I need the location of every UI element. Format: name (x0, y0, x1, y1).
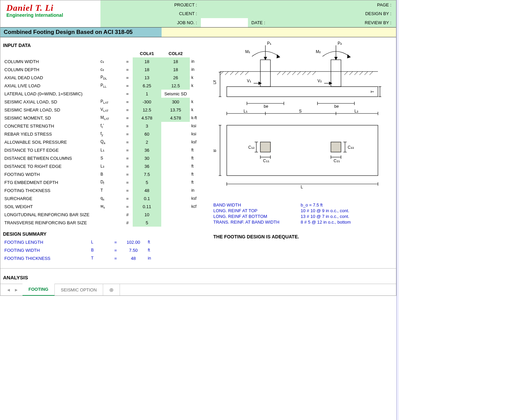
input-unit: k (190, 106, 211, 114)
input-cell-col2[interactable]: 13.75 (161, 106, 190, 114)
col2-header: COL#2 (161, 49, 190, 57)
input-cell-col1[interactable]: 4.578 (133, 114, 161, 122)
input-cell-col1[interactable]: -300 (133, 98, 161, 106)
input-label: SEISMIC AXIAL LOAD, SD (3, 98, 99, 106)
input-row: AXIAL DEAD LOADPDL=1326k (3, 74, 211, 82)
input-row: DISTANCE TO RIGHT EDGEL₂=36ft (3, 162, 211, 170)
eq: = (122, 154, 133, 162)
eq: = (122, 138, 133, 146)
svg-rect-51 (227, 125, 378, 176)
tab-footing[interactable]: FOOTING (23, 284, 55, 296)
input-cell-col1[interactable]: 36 (133, 146, 161, 154)
input-unit: ksf (190, 138, 211, 146)
input-row: FOOTING WIDTHB=7.5ft (3, 170, 211, 178)
input-label: SEISMIC SHEAR LOAD, SD (3, 106, 99, 114)
eq: = (122, 122, 133, 130)
summary-value: 48 (120, 254, 146, 262)
svg-rect-52 (260, 142, 270, 152)
input-cell-col2[interactable]: 26 (161, 74, 190, 82)
svg-line-16 (349, 72, 353, 75)
input-cell-col2[interactable]: 18 (161, 65, 190, 74)
input-cell-col1[interactable]: 30 (133, 154, 161, 162)
tab-prev-icon[interactable]: ◄ (5, 287, 12, 293)
input-cell-col1[interactable]: 2 (133, 138, 161, 146)
input-cell-col1[interactable]: 60 (133, 130, 161, 138)
input-unit: ksi (190, 122, 211, 130)
result-key: BAND WIDTH (213, 202, 301, 207)
input-symbol: Qa (99, 138, 122, 146)
svg-text:L: L (301, 185, 303, 189)
input-label: DISTANCE TO RIGHT EDGE (3, 162, 99, 170)
worksheet: Daniel T. Li Engineering International P… (0, 0, 396, 296)
svg-rect-23 (227, 87, 378, 97)
input-cell-col1[interactable]: 18 (133, 65, 161, 74)
input-cell-col2[interactable]: 12.5 (161, 82, 190, 90)
summary-symbol: T (90, 254, 111, 262)
tab-add[interactable]: ⊕ (103, 284, 120, 295)
svg-line-6 (245, 72, 249, 75)
input-cell-col1[interactable]: 0.11 (133, 202, 161, 211)
input-unit: in (190, 65, 211, 74)
input-cell-col2[interactable]: 18 (161, 57, 190, 65)
input-cell-col1[interactable]: 7.5 (133, 170, 161, 178)
svg-line-9 (287, 72, 291, 75)
input-unit: k (190, 82, 211, 90)
input-label: FOOTING WIDTH (3, 170, 99, 178)
input-cell-col1[interactable]: 12.5 (133, 106, 161, 114)
input-symbol: B (99, 170, 122, 178)
input-row: DISTANCE TO LEFT EDGEL₁=36ft (3, 146, 211, 154)
input-cell-col1[interactable]: 1 (133, 90, 161, 98)
svg-line-11 (297, 72, 301, 75)
svg-line-18 (359, 72, 363, 75)
input-cell-col2[interactable]: 300 (161, 98, 190, 106)
svg-text:P₁: P₁ (267, 41, 271, 46)
svg-text:L₁: L₁ (244, 109, 248, 113)
input-label: COLUMN DEPTH (3, 65, 99, 74)
input-cell-col2[interactable]: 4.578 (161, 114, 190, 122)
input-unit: ft (190, 146, 211, 154)
input-row: SEISMIC MOMENT, SDMLAT=4.5784.578k-ft (3, 114, 211, 122)
designby-label: DESIGN BY : (298, 9, 396, 18)
svg-marker-31 (259, 82, 261, 85)
input-cell-col1[interactable]: 5 (133, 219, 161, 227)
summary-table: FOOTING LENGTHL=102.00ftFOOTING WIDTHB=7… (3, 238, 211, 262)
input-cell-col1[interactable]: 36 (133, 162, 161, 170)
result-value: 8 # 5 @ 12 in o.c., bottom (301, 220, 351, 225)
tab-next-icon[interactable]: ► (13, 287, 20, 293)
input-label: SURCHARGE (3, 194, 99, 202)
left-column: INPUT DATA COL#1 COL#2 COLUMN WIDTHc₁=18… (3, 41, 211, 262)
input-label: REBAR YIELD STRESS (3, 130, 99, 138)
svg-text:B: B (213, 149, 217, 152)
input-unit (190, 211, 211, 219)
input-cell-col1[interactable]: 13 (133, 74, 161, 82)
input-row: TRANSVERSE REINFORCING BAR SIZE#5 (3, 219, 211, 227)
eq: = (122, 146, 133, 154)
summary-unit: in (146, 254, 166, 262)
eq: = (122, 65, 133, 74)
svg-text:M₁: M₁ (245, 49, 250, 54)
summary-row: FOOTING LENGTHL=102.00ft (3, 238, 211, 246)
tab-seismic-option[interactable]: SEISMIC OPTION (55, 284, 103, 295)
input-cell-col1[interactable]: 18 (133, 57, 161, 65)
result-value: 10 # 10 @ 9 in o.c., cont. (301, 208, 349, 213)
input-cell-col1[interactable]: 3 (133, 122, 161, 130)
svg-rect-53 (331, 142, 341, 152)
input-cell-col1[interactable]: 5 (133, 178, 161, 186)
jobno-input-cell[interactable] (201, 18, 248, 27)
eq: = (122, 90, 133, 98)
input-label: LONGITUDINAL REINFORCING BAR SIZE (3, 211, 99, 219)
input-cell-col1[interactable]: 10 (133, 211, 161, 219)
input-header-row: COL#1 COL#2 (3, 49, 211, 57)
input-row: COLUMN WIDTHc₁=1818in (3, 57, 211, 65)
input-symbol (99, 211, 122, 219)
brand-sub: Engineering International (6, 12, 97, 18)
summary-label: FOOTING LENGTH (3, 238, 90, 246)
input-cell-col1[interactable]: 48 (133, 186, 161, 194)
input-row: REBAR YIELD STRESSfy=60ksi (3, 130, 211, 138)
input-symbol: MLAT (99, 114, 122, 122)
svg-text:be: be (334, 104, 339, 109)
reviewby-label: REVIEW BY : (298, 18, 396, 27)
svg-rect-21 (260, 60, 270, 87)
input-cell-col1[interactable]: 6.25 (133, 82, 161, 90)
input-cell-col1[interactable]: 0.1 (133, 194, 161, 202)
